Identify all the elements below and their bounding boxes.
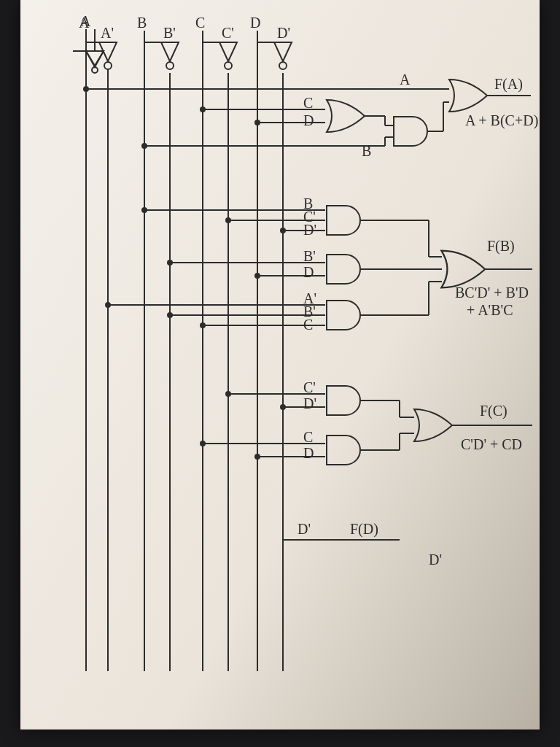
and-gate-fc1 [327, 386, 360, 415]
lbl-fd-in: D' [298, 521, 311, 537]
rail-B: B [137, 15, 147, 31]
out-FA-expr: A + B(C+D) [465, 112, 538, 129]
out-FD-name: F(D) [350, 521, 378, 538]
out-FD-expr: D' [429, 551, 442, 568]
lbl-fa-B: B [362, 143, 371, 159]
svg-point-11 [166, 62, 174, 69]
svg-point-6 [104, 62, 112, 69]
lbl-fb2a: B' [303, 248, 316, 264]
lbl-fc2b: D [303, 445, 314, 461]
rail-Ap: A' [101, 25, 114, 41]
lbl-fb3c: C [303, 317, 313, 333]
block-FA: A C D B F(A) A + B(C+D) [83, 71, 538, 159]
out-FB-expr1: BC'D' + B'D [455, 285, 529, 301]
block-FB: B C' D' B' D A' B' C F(B) BC'D' + B'D + … [105, 196, 532, 333]
input-rails: A [73, 13, 104, 671]
out-FC-expr: C'D' + CD [461, 436, 522, 452]
svg-point-19 [279, 62, 287, 69]
paper-sheet: A A A' B B' C C' [20, 0, 540, 729]
and-gate-b-cd [394, 117, 427, 146]
block-FC: C' D' C D F(C) C'D' + CD [200, 379, 532, 465]
rail-Bp: B' [163, 25, 176, 41]
and-gate-fb2 [327, 255, 360, 284]
rail-A: A [79, 15, 90, 31]
lbl-fc1b: D' [303, 395, 316, 411]
lbl-fb1c: D' [303, 222, 316, 238]
and-gate-fb3 [327, 301, 360, 330]
or-gate-FA [449, 80, 487, 112]
lbl-fc1a: C' [303, 379, 316, 395]
and-gate-fc2 [327, 436, 360, 465]
block-FD: D' F(D) D' [283, 521, 442, 568]
out-FC-name: F(C) [480, 403, 508, 419]
lbl-fa-D: D [303, 112, 314, 128]
rail-D: D [250, 15, 260, 31]
out-FB-expr2: + A'B'C [467, 302, 513, 318]
lbl-fa-A: A [400, 71, 411, 88]
lbl-fa-C: C [303, 95, 313, 111]
or-gate-cd [327, 100, 365, 132]
or-gate-FC [414, 409, 452, 441]
or-gate-FB [441, 251, 485, 288]
circuit-diagram: A A A' B B' C C' [20, 0, 540, 729]
svg-point-15 [225, 62, 232, 69]
rail-C: C [195, 15, 205, 31]
rail-Dp: D' [277, 25, 290, 41]
lbl-fc2a: C [303, 429, 313, 445]
lbl-fb2b: D [303, 264, 314, 280]
rails-group: A A' B B' C C' D D' [79, 15, 292, 671]
and-gate-fb1 [327, 206, 360, 235]
out-FA-name: F(A) [494, 76, 523, 93]
out-FB-name: F(B) [487, 238, 515, 255]
rail-Cp: C' [222, 25, 234, 41]
